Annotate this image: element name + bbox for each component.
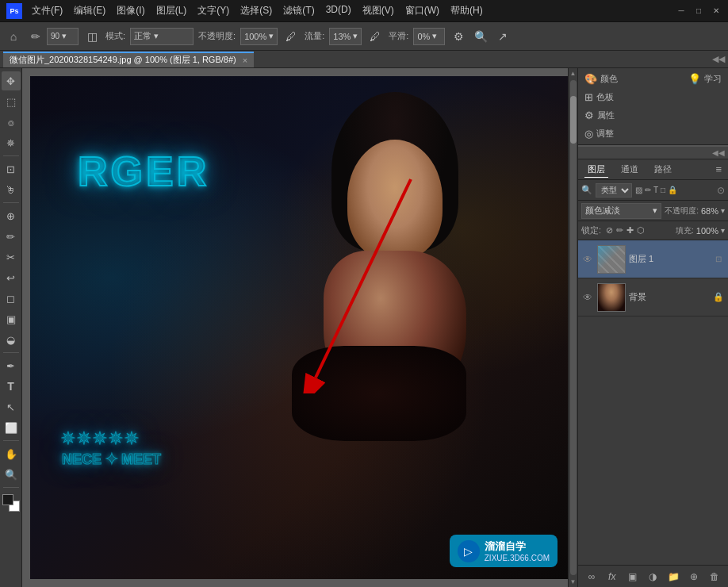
document-close-icon[interactable]: ×: [243, 56, 247, 65]
mode-dropdown[interactable]: 正常▾: [130, 28, 193, 45]
color-swatches[interactable]: [2, 494, 20, 512]
filter-shape-icon[interactable]: □: [661, 186, 665, 194]
fill-dropdown-arrow[interactable]: ▾: [721, 226, 725, 235]
opacity-dropdown[interactable]: 100%▾: [240, 28, 278, 45]
layer-visibility-icon-bg[interactable]: 👁: [581, 291, 594, 304]
left-toolbar: ✥ ⬚ ⌾ ✵ ⊡ 🖰 ⊕ ✏ ✂ ↩ ◻ ▣ ◒ ✒ T ↖ ⬜ ✋ 🔍: [0, 68, 22, 587]
opacity-value[interactable]: 68%: [701, 206, 718, 216]
history-brush-tool[interactable]: ↩: [2, 268, 21, 287]
opacity-dropdown-arrow[interactable]: ▾: [721, 206, 725, 215]
canvas-area[interactable]: RGER ✷ ✷ ✷ ✷ ✷ NECE ✦ MEET: [22, 68, 577, 587]
tab-layers[interactable]: 图层: [584, 162, 608, 178]
fill-value[interactable]: 100%: [696, 226, 718, 236]
lock-transparent-icon[interactable]: ⊘: [606, 225, 613, 236]
type-tool[interactable]: T: [2, 377, 21, 396]
lock-image-icon[interactable]: ✏: [616, 225, 623, 236]
layer-filter-icons: ▨ ✏ T □ 🔒: [635, 186, 677, 194]
magic-wand-tool[interactable]: ✵: [2, 133, 21, 152]
scroll-up-icon[interactable]: ▲: [569, 68, 577, 79]
menu-filter[interactable]: 滤镜(T): [278, 2, 319, 19]
gradient-tool[interactable]: ▣: [2, 309, 21, 328]
scroll-thumb[interactable]: [570, 96, 577, 144]
layer-visibility-icon-1[interactable]: 👁: [581, 253, 594, 266]
document-tab[interactable]: 微信图片_20200328154249.jpg @ 100% (图层 1, RG…: [3, 52, 254, 67]
healing-brush-tool[interactable]: ⊕: [2, 206, 21, 225]
clone-stamp-tool[interactable]: ✂: [2, 247, 21, 267]
search-icon[interactable]: 🔍: [472, 28, 489, 45]
brush-options-icon[interactable]: ◫: [83, 28, 101, 45]
eyedropper-tool[interactable]: 🖰: [2, 180, 21, 199]
brush-tool[interactable]: ✏: [2, 227, 21, 246]
layer-panel-menu-icon[interactable]: ≡: [715, 163, 722, 175]
filter-pixel-icon[interactable]: ▨: [635, 186, 642, 194]
adjustments-panel-icon[interactable]: ◎ 调整: [584, 128, 614, 140]
flow-dropdown[interactable]: 13%▾: [329, 28, 362, 45]
crop-tool[interactable]: ⊡: [2, 159, 21, 178]
zoom-tool[interactable]: 🔍: [2, 465, 21, 484]
shape-tool[interactable]: ⬜: [2, 418, 21, 437]
home-icon[interactable]: ⌂: [5, 28, 22, 45]
brush-tool-icon[interactable]: ✏: [27, 28, 44, 45]
pen-tool[interactable]: ✒: [2, 356, 21, 375]
flow-pen-icon[interactable]: 🖊: [366, 28, 384, 45]
layer-name-bg[interactable]: 背景: [629, 291, 709, 303]
layer-type-filter[interactable]: 类型: [596, 183, 632, 198]
tab-paths[interactable]: 路径: [651, 162, 675, 177]
menu-select[interactable]: 选择(S): [236, 2, 277, 19]
close-button[interactable]: ✕: [711, 6, 722, 17]
foreground-color-swatch[interactable]: [2, 494, 13, 505]
new-layer-button[interactable]: ⊕: [685, 568, 703, 585]
minimize-button[interactable]: ─: [676, 6, 687, 17]
eraser-tool[interactable]: ◻: [2, 289, 21, 308]
new-group-button[interactable]: 📁: [665, 568, 682, 585]
add-mask-button[interactable]: ▣: [624, 568, 642, 585]
menu-help[interactable]: 帮助(H): [446, 2, 488, 19]
smooth-dropdown[interactable]: 0%▾: [413, 28, 445, 45]
filter-type-icon[interactable]: T: [653, 186, 658, 194]
layer-filter-toggle[interactable]: ⊙: [717, 185, 725, 196]
layer-name-1[interactable]: 图层 1: [629, 253, 709, 265]
panel-collapse-arrows[interactable]: ◀◀: [712, 54, 725, 64]
menu-file[interactable]: 文件(F): [27, 2, 67, 19]
menu-type[interactable]: 文字(Y): [193, 2, 234, 19]
opacity-label: 不透明度:: [665, 205, 699, 217]
menu-edit[interactable]: 编辑(E): [69, 2, 110, 19]
add-adjustment-button[interactable]: ◑: [644, 568, 661, 585]
move-tool[interactable]: ✥: [2, 71, 21, 90]
layer-item-1[interactable]: 👁 图层 1 ⊡: [578, 240, 728, 278]
menu-image[interactable]: 图像(I): [112, 2, 149, 19]
brush-preset-dropdown[interactable]: 90▾: [47, 28, 79, 45]
delete-layer-button[interactable]: 🗑: [706, 568, 723, 585]
link-layers-button[interactable]: ∞: [583, 568, 600, 585]
filter-smart-icon[interactable]: 🔒: [668, 186, 677, 194]
menu-view[interactable]: 视图(V): [358, 2, 399, 19]
properties-panel-icon[interactable]: ⚙ 属性: [584, 109, 615, 121]
color-panel-icon[interactable]: 🎨 颜色: [584, 73, 618, 85]
hand-tool[interactable]: ✋: [2, 444, 21, 463]
learn-panel-icon[interactable]: 💡 学习: [688, 73, 722, 85]
layer-link-icon-1[interactable]: ⊡: [712, 253, 725, 266]
marquee-tool[interactable]: ⬚: [2, 92, 21, 111]
canvas-vscrollbar[interactable]: ▲ ▼: [568, 68, 577, 587]
menu-3d[interactable]: 3D(D): [321, 2, 356, 19]
panel-collapse-icon[interactable]: ◀◀: [712, 148, 725, 157]
settings-icon[interactable]: ⚙: [450, 28, 467, 45]
scroll-down-icon[interactable]: ▼: [569, 577, 577, 587]
swatches-panel-icon[interactable]: ⊞ 色板: [584, 91, 614, 103]
share-icon[interactable]: ↗: [494, 28, 512, 45]
lasso-tool[interactable]: ⌾: [2, 113, 21, 132]
scroll-track[interactable]: [570, 80, 577, 575]
blend-mode-dropdown[interactable]: 颜色减淡 ▾: [581, 203, 661, 219]
layer-fx-button[interactable]: fx: [603, 568, 621, 585]
menu-layer[interactable]: 图层(L): [151, 2, 192, 19]
dodge-tool[interactable]: ◒: [2, 330, 21, 349]
layer-item-bg[interactable]: 👁 背景 🔒: [578, 278, 728, 317]
tab-channels[interactable]: 通道: [618, 162, 642, 177]
menu-window[interactable]: 窗口(W): [400, 2, 444, 19]
path-select-tool[interactable]: ↖: [2, 397, 21, 416]
maximize-button[interactable]: □: [693, 6, 704, 17]
filter-adjust-icon[interactable]: ✏: [645, 186, 651, 194]
lock-position-icon[interactable]: ✚: [626, 225, 634, 236]
opacity-pen-icon[interactable]: 🖊: [282, 28, 300, 45]
lock-artboard-icon[interactable]: ⬡: [637, 225, 645, 236]
